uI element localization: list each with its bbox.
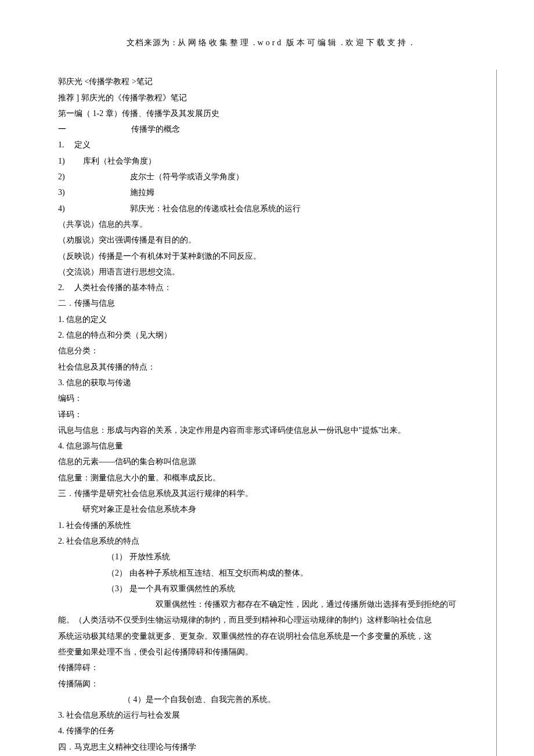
content-line: 2. 人类社会传播的基本特点： <box>58 280 482 295</box>
document-content: 郭庆光 <传播学教程 >笔记推荐 ] 郭庆光的《传播学教程》笔记第一编（ 1-2… <box>58 74 482 755</box>
content-line: 1) 库利（社会学角度） <box>58 153 482 169</box>
content-line: （交流说）用语言进行思想交流。 <box>58 264 482 280</box>
content-line: 2. 信息的特点和分类（见大纲） <box>58 327 482 343</box>
content-line: 第一编（ 1-2 章）传播、传播学及其发展历史 <box>58 106 482 121</box>
content-line: 编码： <box>58 390 482 406</box>
content-line: 双重偶然性：传播双方都存在不确定性，因此，通过传播所做出选择有受到拒绝的可 <box>58 596 482 612</box>
content-line: （共享说）信息的共享。 <box>58 216 482 232</box>
content-line: 传播隔阂： <box>58 676 482 692</box>
content-line: 译码： <box>58 407 482 422</box>
header-middle: :从网络收集整理 <box>173 38 251 47</box>
content-line: （2） 由各种子系统相互连结、相互交织而构成的整体。 <box>58 565 482 581</box>
content-line: 信息量：测量信息大小的量。和概率成反比。 <box>58 470 482 486</box>
content-line: 研究对象正是社会信息系统本身 <box>58 501 482 517</box>
content-line: 4. 信息源与信息量 <box>58 438 482 454</box>
content-line: （1） 开放性系统 <box>58 549 482 565</box>
content-line: 1. 社会传播的系统性 <box>58 518 482 533</box>
content-line: 三．传播学是研究社会信息系统及其运行规律的科学。 <box>58 486 482 501</box>
content-line: 能。（人类活动不仅受到生物运动规律的制约，而且受到精神和心理运动规律的制约）这样… <box>58 612 482 628</box>
content-line: 2. 社会信息系统的特点 <box>58 533 482 549</box>
header-word: .word <box>253 38 283 47</box>
content-line: 3) 施拉姆 <box>58 185 482 200</box>
content-line: 信息的元素——信码的集合称叫信息源 <box>58 454 482 469</box>
content-line: （反映说）传播是一个有机体对于某种刺激的不同反应。 <box>58 248 482 264</box>
header-prefix: 文档来源为 <box>127 38 170 47</box>
content-line: （3） 是一个具有双重偶然性的系统 <box>58 581 482 596</box>
content-line: 4) 郭庆光：社会信息的传递或社会信息系统的运行 <box>58 201 482 216</box>
header-editable: 版本可编辑 <box>286 38 338 47</box>
header-welcome: .欢迎下载支持 <box>341 38 408 47</box>
content-line: 社会信息及其传播的特点： <box>58 359 482 375</box>
content-line: 推荐 ] 郭庆光的《传播学教程》笔记 <box>58 90 482 106</box>
document-header: 文档来源为 :从网络收集整理 .word 版本可编辑 .欢迎下载支持 . <box>58 35 482 50</box>
content-line: 信息分类： <box>58 343 482 359</box>
content-line: 讯息与信息：形成与内容的关系，决定作用是内容而非形式译码使信息从一份讯息中"提炼… <box>58 422 482 438</box>
content-line: （ 4）是一个自我创造、自我完善的系统。 <box>58 692 482 707</box>
content-line: 传播障碍： <box>58 660 482 675</box>
content-line: 四．马克思主义精神交往理论与传播学 <box>58 739 482 755</box>
content-line: 2) 皮尔士（符号学或语义学角度） <box>58 169 482 185</box>
content-line: 1. 信息的定义 <box>58 312 482 327</box>
content-line: 些变量如果处理不当，便会引起传播障碍和传播隔阂。 <box>58 644 482 660</box>
content-line: （劝服说）突出强调传播是有目的的。 <box>58 232 482 248</box>
content-line: 1. 定义 <box>58 137 482 153</box>
content-line: 一 传播学的概念 <box>58 121 482 137</box>
content-line: 3. 信息的获取与传递 <box>58 375 482 390</box>
right-margin-line <box>496 70 497 756</box>
content-line: 3. 社会信息系统的运行与社会发展 <box>58 707 482 723</box>
content-line: 郭庆光 <传播学教程 >笔记 <box>58 74 482 89</box>
header-dot: . <box>410 38 413 47</box>
content-line: 4. 传播学的任务 <box>58 723 482 739</box>
content-line: 二．传播与信息 <box>58 295 482 311</box>
content-line: 系统运动极其结果的变量就更多、更复杂。双重偶然性的存在说明社会信息系统是一个多变… <box>58 628 482 644</box>
